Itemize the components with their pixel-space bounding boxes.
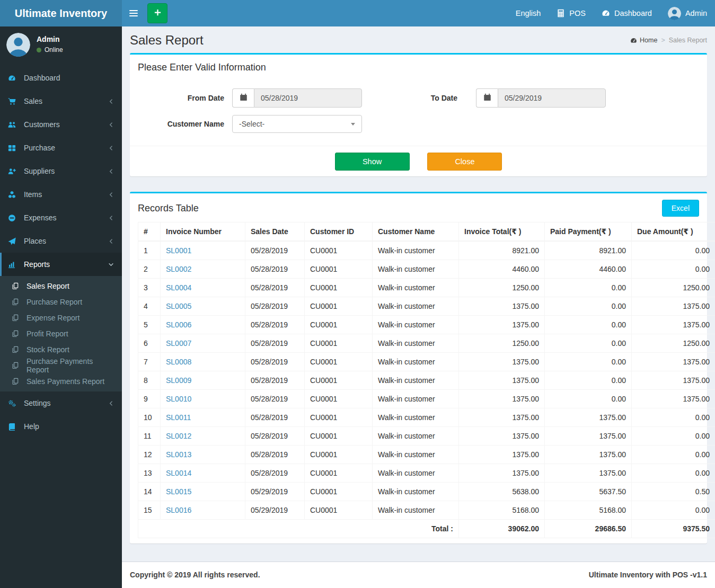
nav-dashboard[interactable]: Dashboard (594, 0, 660, 26)
sidebar-item-customers[interactable]: Customers (0, 113, 122, 136)
sidebar: Admin Online DashboardSalesCustomersPurc… (0, 26, 122, 588)
invoice-link[interactable]: SL0014 (166, 469, 191, 477)
sidebar-subitem-expense-report[interactable]: Expense Report (0, 310, 122, 326)
column-header-due-amount-: Due Amount(₹ ) (632, 222, 715, 242)
calendar-icon[interactable] (476, 88, 498, 108)
table-header-row: #Invoice NumberSales DateCustomer IDCust… (138, 222, 715, 242)
breadcrumb-current: Sales Report (669, 37, 707, 44)
invoice-link[interactable]: SL0015 (166, 487, 191, 496)
table-row: 2SL000205/28/2019CU0001Walk-in customer4… (138, 260, 715, 279)
table-row: 10SL001105/28/2019CU0001Walk-in customer… (138, 408, 715, 427)
customer-select[interactable]: -Select- (232, 115, 362, 133)
dashboard-icon (602, 9, 610, 17)
sidebar-item-dashboard[interactable]: Dashboard (0, 66, 122, 90)
invoice-link[interactable]: SL0009 (166, 376, 191, 385)
filter-panel: Please Enter Valid Information From Date… (130, 53, 707, 176)
table-row: 3SL000405/28/2019CU0001Walk-in customer1… (138, 279, 715, 297)
invoice-link[interactable]: SL0013 (166, 450, 191, 459)
sidebar-item-suppliers[interactable]: Suppliers (0, 159, 122, 183)
avatar (6, 33, 30, 57)
invoice-link[interactable]: SL0001 (166, 246, 191, 255)
user-status[interactable]: Online (37, 46, 63, 54)
sidebar-subitem-purchase-report[interactable]: Purchase Report (0, 294, 122, 310)
content-header: Sales Report Home > Sales Report (122, 26, 715, 53)
sidebar-subitem-purchase-payments-report[interactable]: Purchase Payments Report (0, 358, 122, 373)
chevron-left-icon (108, 238, 114, 244)
table-row: 1SL000105/28/2019CU0001Walk-in customer8… (138, 241, 715, 260)
sidebar-item-help[interactable]: Help (0, 415, 122, 438)
sidebar-subitem-profit-report[interactable]: Profit Report (0, 326, 122, 342)
table-body: 1SL000105/28/2019CU0001Walk-in customer8… (138, 241, 715, 520)
sidebar-subitem-stock-report[interactable]: Stock Report (0, 342, 122, 358)
nav-user[interactable]: Admin (660, 0, 715, 26)
sidebar-item-expenses[interactable]: Expenses (0, 206, 122, 229)
calculator-icon (557, 9, 565, 17)
sidebar-subitem-sales-report[interactable]: Sales Report (0, 278, 122, 294)
records-panel: Records Table Excel #Invoice NumberSales… (130, 192, 707, 544)
invoice-link[interactable]: SL0002 (166, 265, 191, 273)
invoice-link[interactable]: SL0004 (166, 283, 191, 292)
table-row: 8SL000905/28/2019CU0001Walk-in customer1… (138, 371, 715, 390)
nav-language[interactable]: English (508, 0, 549, 26)
nav-pos[interactable]: POS (549, 0, 594, 26)
excel-export-button[interactable]: Excel (662, 200, 699, 217)
from-date-input[interactable] (254, 88, 362, 108)
from-date-group (232, 88, 362, 108)
column-header-invoice-number: Invoice Number (161, 222, 245, 242)
sidebar-item-settings[interactable]: Settings (0, 391, 122, 415)
paper-plane-icon (8, 237, 20, 245)
sidebar-item-sales[interactable]: Sales (0, 90, 122, 113)
page-title: Sales Report (130, 33, 204, 48)
sidebar-menu: DashboardSalesCustomersPurchaseSuppliers… (0, 66, 122, 438)
chevron-down-icon (108, 262, 114, 268)
close-button[interactable]: Close (427, 153, 502, 171)
sidebar-subitem-sales-payments-report[interactable]: Sales Payments Report (0, 373, 122, 389)
sidebar-item-places[interactable]: Places (0, 229, 122, 253)
avatar (668, 7, 681, 20)
table-row: 13SL001405/28/2019CU0001Walk-in customer… (138, 464, 715, 483)
invoice-link[interactable]: SL0006 (166, 320, 191, 329)
invoice-link[interactable]: SL0005 (166, 302, 191, 310)
total-invoice-amount: 39062.00 (459, 520, 545, 538)
sidebar-item-purchase[interactable]: Purchase (0, 136, 122, 159)
cubes-icon (8, 191, 20, 199)
chevron-left-icon (108, 99, 114, 104)
chevron-left-icon (108, 192, 114, 198)
invoice-link[interactable]: SL0010 (166, 395, 191, 403)
calendar-icon[interactable] (232, 88, 254, 108)
sidebar-toggle-button[interactable] (122, 0, 145, 26)
app-logo[interactable]: Ultimate Inventory (0, 0, 122, 26)
table-row: 12SL001305/28/2019CU0001Walk-in customer… (138, 446, 715, 464)
from-date-label: From Date (138, 94, 232, 102)
invoice-link[interactable]: SL0011 (166, 413, 191, 422)
navbar-right: English POS Dashboard Admin (508, 0, 715, 26)
copyright-text: Copyright © 2019 All rights reserved. (130, 571, 260, 580)
quick-add-button[interactable] (147, 3, 167, 23)
customer-name-label: Customer Name (138, 120, 232, 128)
column-header-customer-id: Customer ID (305, 222, 373, 242)
sidebar-item-items[interactable]: Items (0, 183, 122, 206)
filter-panel-title: Please Enter Valid Information (138, 61, 699, 74)
table-row: 9SL001005/28/2019CU0001Walk-in customer1… (138, 390, 715, 408)
column-header-invoice-total-: Invoice Total(₹ ) (459, 222, 545, 242)
table-row: 14SL001505/29/2019CU0001Walk-in customer… (138, 483, 715, 501)
invoice-link[interactable]: SL0016 (166, 506, 191, 514)
users-icon (8, 121, 20, 129)
invoice-link[interactable]: SL0012 (166, 432, 191, 440)
chevron-left-icon (108, 215, 114, 221)
show-button[interactable]: Show (335, 153, 410, 171)
invoice-link[interactable]: SL0007 (166, 339, 191, 348)
to-date-input[interactable] (498, 88, 606, 108)
chevron-left-icon (108, 400, 114, 406)
top-navbar: Ultimate Inventory English POS (0, 0, 715, 26)
breadcrumb-home[interactable]: Home (630, 37, 657, 44)
invoice-link[interactable]: SL0008 (166, 358, 191, 366)
table-row: 7SL000805/28/2019CU0001Walk-in customer1… (138, 353, 715, 371)
total-due-amount: 9375.50 (632, 520, 715, 538)
column-header-paid-payment-: Paid Payment(₹ ) (545, 222, 632, 242)
table-row: 5SL000605/28/2019CU0001Walk-in customer1… (138, 316, 715, 334)
sidebar-item-reports[interactable]: Reports (0, 253, 122, 276)
online-status-icon (37, 48, 41, 52)
table-row: 6SL000705/28/2019CU0001Walk-in customer1… (138, 334, 715, 353)
table-row: 4SL000505/28/2019CU0001Walk-in customer1… (138, 297, 715, 316)
